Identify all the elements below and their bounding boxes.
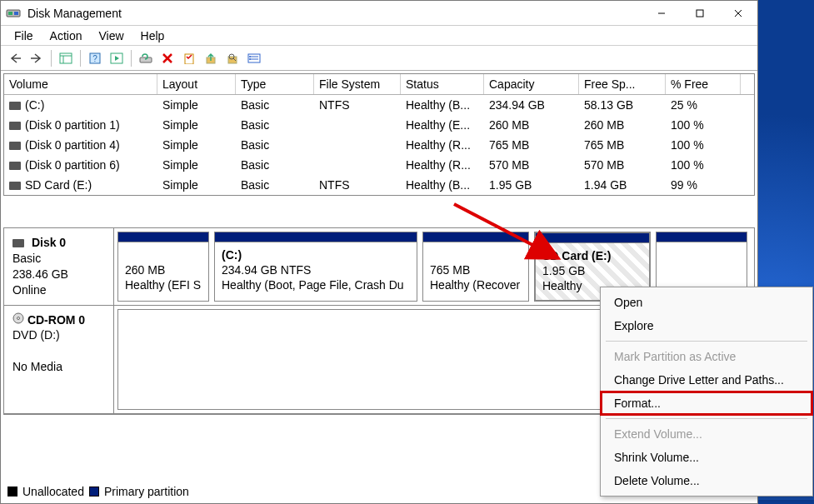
back-button[interactable] — [6, 49, 24, 67]
col-type[interactable]: Type — [236, 74, 314, 94]
menu-bar: File Action View Help — [1, 26, 757, 46]
drive-icon — [9, 182, 21, 190]
disk-management-icon — [6, 6, 21, 21]
volume-row[interactable]: (Disk 0 partition 1) Simple Basic Health… — [4, 115, 754, 135]
ctx-shrink-volume[interactable]: Shrink Volume... — [601, 446, 812, 469]
svg-rect-1 — [8, 12, 12, 15]
partition-recovery[interactable]: 765 MB Healthy (Recover — [422, 232, 529, 302]
window-title: Disk Management — [26, 7, 642, 20]
minimize-button[interactable] — [642, 1, 681, 25]
context-menu: Open Explore Mark Partition as Active Ch… — [600, 287, 813, 497]
svg-marker-13 — [115, 56, 119, 61]
ctx-mark-active: Mark Partition as Active — [601, 345, 812, 368]
volume-row[interactable]: (Disk 0 partition 6) Simple Basic Health… — [4, 155, 754, 175]
properties-button[interactable] — [180, 49, 198, 67]
ctx-extend-volume: Extend Volume... — [601, 422, 812, 446]
col-status[interactable]: Status — [401, 74, 484, 94]
refresh-button[interactable] — [137, 49, 155, 67]
drive-icon — [9, 102, 21, 110]
forward-button[interactable] — [27, 49, 46, 67]
maximize-button[interactable] — [681, 1, 719, 25]
delete-button[interactable] — [158, 49, 177, 67]
col-capacity[interactable]: Capacity — [484, 74, 579, 94]
disk-label[interactable]: CD-ROM 0 DVD (D:) No Media — [4, 306, 114, 413]
drive-icon — [12, 239, 24, 247]
legend-primary-icon — [89, 487, 99, 497]
svg-point-28 — [17, 317, 20, 319]
svg-rect-4 — [697, 10, 703, 17]
show-hide-tree-button[interactable] — [57, 49, 75, 67]
menu-file[interactable]: File — [6, 27, 42, 44]
find-button[interactable] — [223, 49, 242, 67]
toolbar: ? — [1, 46, 757, 71]
col-pct[interactable]: % Free — [666, 74, 741, 94]
volume-row[interactable]: (C:) Simple Basic NTFS Healthy (B... 234… — [4, 95, 754, 115]
svg-point-26 — [249, 58, 251, 60]
svg-rect-14 — [140, 57, 152, 62]
legend-unallocated-icon — [7, 487, 17, 497]
ctx-delete-volume[interactable]: Delete Volume... — [601, 469, 812, 492]
action-list-button[interactable] — [107, 49, 126, 67]
menu-action[interactable]: Action — [42, 27, 91, 44]
volume-row[interactable]: (Disk 0 partition 4) Simple Basic Health… — [4, 135, 754, 155]
menu-help[interactable]: Help — [132, 27, 173, 44]
col-volume[interactable]: Volume — [4, 74, 157, 94]
volume-list-body: (C:) Simple Basic NTFS Healthy (B... 234… — [4, 95, 754, 195]
settings-list-button[interactable] — [245, 49, 263, 67]
help-button[interactable]: ? — [86, 49, 104, 67]
volume-row[interactable]: SD Card (E:) Simple Basic NTFS Healthy (… — [4, 175, 754, 195]
close-button[interactable] — [719, 1, 757, 25]
svg-rect-17 — [185, 54, 193, 64]
title-bar: Disk Management — [1, 1, 757, 26]
svg-text:?: ? — [92, 54, 97, 63]
partition-efi[interactable]: 260 MB Healthy (EFI S — [117, 232, 209, 302]
volume-list-header: Volume Layout Type File System Status Ca… — [4, 74, 754, 95]
cd-icon — [12, 312, 24, 324]
col-free[interactable]: Free Sp... — [579, 74, 666, 94]
drive-icon — [9, 122, 21, 130]
svg-rect-22 — [248, 54, 260, 62]
ctx-change-drive-letter[interactable]: Change Drive Letter and Paths... — [601, 368, 812, 392]
menu-view[interactable]: View — [90, 27, 132, 44]
legend: Unallocated Primary partition — [7, 485, 189, 498]
drive-icon — [9, 142, 21, 150]
col-filesystem[interactable]: File System — [314, 74, 401, 94]
drive-icon — [9, 162, 21, 170]
svg-point-25 — [249, 56, 251, 57]
partition-c[interactable]: (C:) 234.94 GB NTFS Healthy (Boot, Page … — [214, 232, 417, 302]
volume-list: Volume Layout Type File System Status Ca… — [3, 73, 755, 196]
svg-rect-7 — [60, 53, 72, 63]
col-layout[interactable]: Layout — [157, 74, 236, 94]
export-button[interactable] — [202, 49, 220, 67]
ctx-explore[interactable]: Explore — [601, 314, 812, 337]
svg-rect-2 — [14, 12, 18, 15]
ctx-open[interactable]: Open — [601, 291, 812, 314]
disk-label[interactable]: Disk 0 Basic 238.46 GB Online — [4, 228, 114, 305]
ctx-format[interactable]: Format... — [601, 392, 812, 415]
